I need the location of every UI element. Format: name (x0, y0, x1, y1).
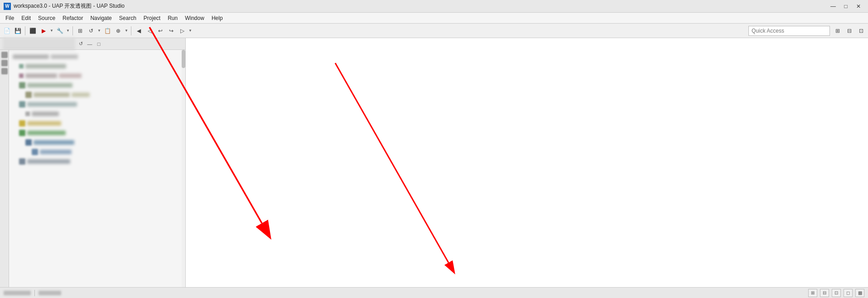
tree-item-12[interactable] (11, 157, 183, 166)
toolbar-sep-2 (72, 26, 73, 35)
status-sep-1 (34, 290, 35, 296)
toolbar-btn-13[interactable]: ↪ (166, 26, 176, 36)
left-sub-left (0, 50, 9, 287)
app-icon: W (4, 3, 11, 10)
toolbar-btn-6[interactable]: ⊞ (75, 26, 85, 36)
status-item-2 (39, 291, 61, 295)
quick-access-input[interactable] (748, 26, 830, 36)
menu-edit[interactable]: Edit (18, 13, 34, 23)
toolbar-btn-7[interactable]: ↺ (86, 26, 96, 36)
perspective-btn-2[interactable]: ⊟ (844, 26, 854, 36)
toolbar-btn-12[interactable]: ↩ (155, 26, 165, 36)
status-text-2 (39, 291, 61, 295)
toolbar-btn-9[interactable]: ⊕ (113, 26, 123, 36)
panel-sync-button[interactable]: ↺ (77, 40, 84, 48)
status-btn-1[interactable]: ⊞ (808, 289, 817, 297)
panel-scrollbar-thumb[interactable] (182, 50, 185, 68)
menu-navigate[interactable]: Navigate (87, 13, 115, 23)
close-button[interactable]: ✕ (853, 2, 864, 11)
toolbar-right-icons: ⊞ ⊟ ⊡ (833, 26, 866, 36)
panel-tab[interactable] (3, 38, 75, 49)
tree-item-10[interactable] (11, 138, 183, 147)
menu-help[interactable]: Help (208, 13, 227, 23)
tree-item-2[interactable] (11, 62, 183, 70)
tree-item-9[interactable] (11, 129, 183, 137)
window-title: workspace3.0 - UAP 开发透视图 - UAP Studio (14, 2, 827, 10)
menu-source[interactable]: Source (34, 13, 59, 23)
toolbar-dropdown-arrow-4[interactable]: ▼ (124, 26, 129, 36)
editor-area[interactable] (186, 38, 868, 287)
menu-bar: File Edit Source Refactor Navigate Searc… (0, 13, 868, 24)
menu-run[interactable]: Run (164, 13, 181, 23)
menu-search[interactable]: Search (116, 13, 140, 23)
sub-icon-2 (1, 60, 8, 66)
minimize-button[interactable]: — (827, 2, 839, 11)
sub-icon-3 (1, 68, 8, 74)
toolbar-new-button[interactable]: 📄 (2, 26, 12, 36)
toolbar-btn-5[interactable]: 🔧 (55, 26, 65, 36)
toolbar-btn-11[interactable]: ◁ (145, 26, 154, 36)
left-sub-right (9, 50, 185, 287)
left-panel: ↺ — □ (0, 38, 186, 287)
tree-item-6[interactable] (11, 100, 183, 108)
tree-item-5[interactable] (11, 91, 183, 99)
toolbar-btn-8[interactable]: 📋 (102, 26, 112, 36)
toolbar-dropdown-arrow-3[interactable]: ▼ (97, 26, 101, 36)
window-controls: — □ ✕ (827, 2, 864, 11)
status-text-1 (4, 291, 31, 295)
left-sub-panel (0, 50, 185, 287)
menu-project[interactable]: Project (140, 13, 164, 23)
menu-refactor[interactable]: Refactor (59, 13, 87, 23)
svg-line-1 (335, 63, 448, 263)
status-btn-4[interactable]: ◻ (844, 289, 853, 297)
menu-window[interactable]: Window (181, 13, 208, 23)
status-btn-5[interactable]: ▩ (855, 289, 864, 297)
tree-item-3[interactable] (11, 72, 183, 80)
left-panel-header: ↺ — □ (0, 38, 185, 50)
tree-item-7[interactable] (11, 110, 183, 118)
toolbar-dropdown-arrow-2[interactable]: ▼ (66, 26, 70, 36)
maximize-button[interactable]: □ (840, 2, 852, 11)
toolbar-dropdown-arrow-5[interactable]: ▼ (188, 26, 193, 36)
annotation-arrow (186, 38, 868, 287)
menu-file[interactable]: File (2, 13, 18, 23)
sub-icon-1 (1, 52, 8, 58)
status-btn-3[interactable]: ⊡ (832, 289, 841, 297)
panel-scrollbar[interactable] (182, 50, 185, 287)
toolbar-btn-14[interactable]: ▷ (177, 26, 187, 36)
tree-container (9, 50, 185, 168)
toolbar-sep-1 (25, 26, 25, 35)
status-item-1 (4, 291, 31, 295)
main-area: ↺ — □ (0, 38, 868, 287)
toolbar-btn-3[interactable]: ⬛ (28, 26, 38, 36)
run-dropdown-arrow[interactable]: ▼ (49, 26, 54, 36)
toolbar-run-dropdown[interactable]: ▼ (49, 26, 54, 36)
toolbar: 📄 💾 ⬛ ▶ ▼ 🔧 ▼ ⊞ ↺ ▼ 📋 ⊕ ▼ ◀ ◁ ↩ ↪ ▷ ▼ ⊞ … (0, 24, 868, 38)
open-perspective-button[interactable]: ⊞ (833, 26, 843, 36)
tree-item-4[interactable] (11, 81, 183, 89)
panel-content[interactable] (0, 50, 185, 287)
panel-maximize-button[interactable]: □ (95, 40, 102, 48)
tree-item-8[interactable] (11, 119, 183, 127)
toolbar-btn-2[interactable]: 💾 (13, 26, 23, 36)
panel-collapse-button[interactable]: — (86, 40, 93, 48)
toolbar-btn-4[interactable]: ▶ (39, 26, 48, 36)
toolbar-sep-3 (131, 26, 131, 35)
status-btn-2[interactable]: ⊟ (820, 289, 829, 297)
status-right: ⊞ ⊟ ⊡ ◻ ▩ (808, 289, 864, 297)
title-bar: W workspace3.0 - UAP 开发透视图 - UAP Studio … (0, 0, 868, 13)
tree-item-11[interactable] (11, 148, 183, 156)
perspective-btn-3[interactable]: ⊡ (856, 26, 866, 36)
status-bar: ⊞ ⊟ ⊡ ◻ ▩ (0, 287, 868, 298)
toolbar-btn-10[interactable]: ◀ (134, 26, 144, 36)
tree-item-1[interactable] (11, 53, 183, 61)
